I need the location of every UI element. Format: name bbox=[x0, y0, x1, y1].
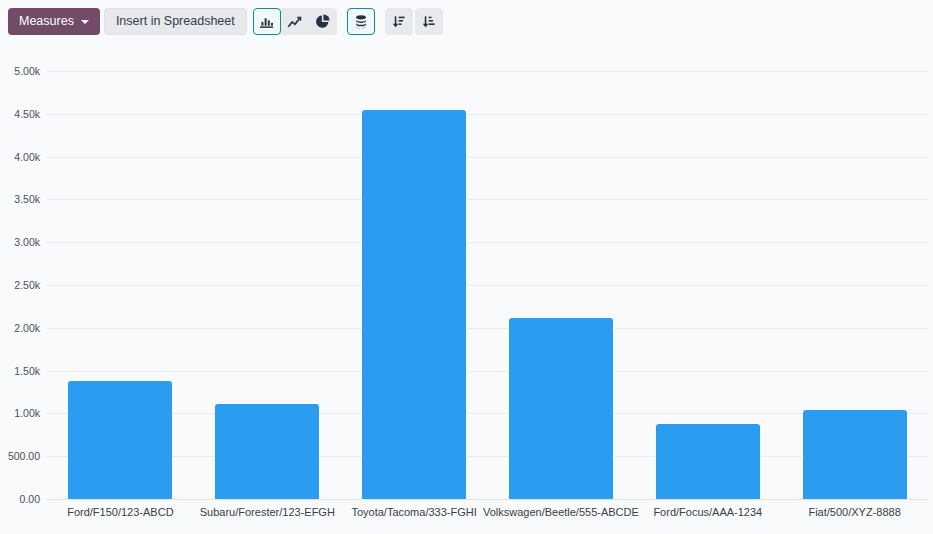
sort-button-group bbox=[385, 8, 443, 35]
measures-button[interactable]: Measures bbox=[8, 8, 100, 35]
y-axis-tick-label: 3.50k bbox=[0, 193, 40, 205]
x-axis-category-label: Fiat/500/XYZ-8888 bbox=[808, 506, 900, 518]
y-axis-tick-label: 0.00 bbox=[0, 493, 40, 505]
sort-ascending-button[interactable] bbox=[415, 8, 443, 35]
y-axis-tick-label: 4.50k bbox=[0, 108, 40, 120]
y-axis-tick-label: 5.00k bbox=[0, 65, 40, 77]
gridline bbox=[47, 71, 928, 72]
bar-chart: 0.00500.001.00k1.50k2.00k2.50k3.00k3.50k… bbox=[0, 55, 933, 534]
stacked-button-group bbox=[347, 8, 375, 35]
caret-down-icon bbox=[81, 20, 89, 24]
y-axis-tick-label: 2.00k bbox=[0, 322, 40, 334]
sort-ascending-icon bbox=[421, 14, 436, 29]
stacked-icon bbox=[354, 14, 368, 29]
pie-chart-icon bbox=[315, 14, 330, 29]
bar[interactable] bbox=[509, 318, 613, 499]
x-axis-category-label: Volkswagen/Beetle/555-ABCDE bbox=[483, 506, 639, 518]
y-axis-tick-label: 500.00 bbox=[0, 450, 40, 462]
graph-toolbar: Measures Insert in Spreadsheet bbox=[0, 0, 933, 42]
gridline bbox=[47, 157, 928, 158]
insert-in-spreadsheet-button[interactable]: Insert in Spreadsheet bbox=[104, 8, 247, 35]
x-axis-category-label: Ford/Focus/AAA-1234 bbox=[653, 506, 762, 518]
sort-descending-icon bbox=[391, 14, 406, 29]
graph-view: Measures Insert in Spreadsheet bbox=[0, 0, 933, 534]
gridline bbox=[47, 242, 928, 243]
bar-chart-button[interactable] bbox=[253, 8, 281, 35]
y-axis-tick-label: 1.00k bbox=[0, 407, 40, 419]
line-chart-button[interactable] bbox=[281, 8, 309, 35]
gridline bbox=[47, 371, 928, 372]
bar[interactable] bbox=[803, 410, 907, 499]
bar[interactable] bbox=[215, 404, 319, 499]
gridline bbox=[47, 413, 928, 414]
x-axis-category-label: Toyota/Tacoma/333-FGHI bbox=[351, 506, 476, 518]
gridline bbox=[47, 499, 928, 500]
gridline bbox=[47, 199, 928, 200]
bar[interactable] bbox=[362, 110, 466, 499]
gridline bbox=[47, 328, 928, 329]
bar[interactable] bbox=[656, 424, 760, 499]
y-axis-tick-label: 2.50k bbox=[0, 279, 40, 291]
bar-chart-icon bbox=[259, 14, 274, 29]
gridline bbox=[47, 456, 928, 457]
gridline bbox=[47, 285, 928, 286]
sort-descending-button[interactable] bbox=[385, 8, 413, 35]
y-axis-tick-label: 4.00k bbox=[0, 151, 40, 163]
y-axis-tick-label: 3.00k bbox=[0, 236, 40, 248]
stacked-toggle-button[interactable] bbox=[347, 8, 375, 35]
x-axis-category-label: Ford/F150/123-ABCD bbox=[67, 506, 173, 518]
measures-button-label: Measures bbox=[19, 14, 74, 28]
chart-type-button-group bbox=[253, 8, 337, 35]
y-axis-tick-label: 1.50k bbox=[0, 365, 40, 377]
pie-chart-button[interactable] bbox=[309, 8, 337, 35]
x-axis-category-label: Subaru/Forester/123-EFGH bbox=[200, 506, 335, 518]
bar[interactable] bbox=[68, 381, 172, 499]
gridline bbox=[47, 114, 928, 115]
line-chart-icon bbox=[287, 14, 302, 29]
